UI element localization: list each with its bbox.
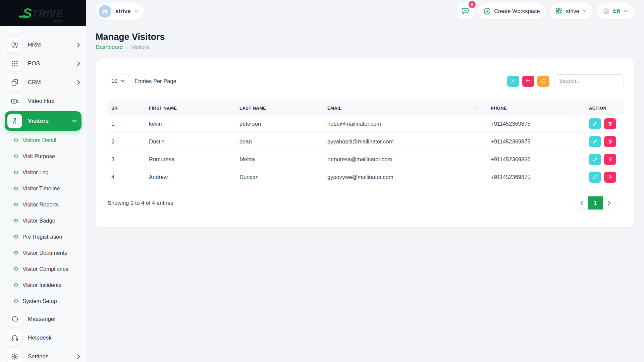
delete-button[interactable] [604, 154, 616, 165]
sidebar-item-crm[interactable]: CRM [3, 73, 83, 92]
logo-text: TRIVE [32, 8, 63, 19]
column-header-email[interactable]: EMAIL↑↓ [323, 106, 486, 111]
workspace-avatar [99, 5, 111, 18]
page-title: Manage Visitors [96, 32, 165, 42]
table-row: 2 Dustin dean qyvahopiti@mailinator.com … [107, 133, 624, 150]
workspace-name: strive [115, 8, 130, 15]
video-hub-icon [7, 94, 22, 109]
submenu-bullet-icon [14, 203, 18, 206]
submenu-bullet-icon [14, 283, 18, 287]
logo[interactable]: S TRIVE MAKE [0, 0, 86, 26]
export-button[interactable] [507, 76, 519, 87]
sort-icon: ↑↓ [578, 106, 580, 110]
sort-icon: ↑↓ [475, 106, 478, 110]
chevron-down-icon [72, 120, 77, 123]
cell-actions [589, 172, 624, 183]
submenu-bullet-icon [14, 299, 18, 303]
cell-phone: +911452369875 [486, 121, 589, 127]
chat-icon [461, 7, 470, 15]
submenu-visitor-badge[interactable]: Visitor Badge [3, 213, 83, 229]
trash-icon [607, 139, 613, 144]
sidebar-item-pos[interactable]: POS [3, 54, 83, 73]
pencil-icon [592, 139, 598, 144]
submenu-visitor-log[interactable]: Visitor Log [3, 164, 83, 180]
breadcrumb-current: Visitors [131, 44, 149, 50]
workspace-grid-icon [556, 8, 562, 14]
chat-button[interactable]: 0 [458, 3, 474, 19]
submenu-visit-purpose[interactable]: Visit Purpose [3, 148, 83, 164]
pagination-next-button[interactable] [603, 196, 615, 209]
globe-icon [603, 8, 610, 15]
sidebar-item-settings[interactable]: Settings [3, 347, 83, 362]
submenu-bullet-icon [14, 138, 18, 142]
edit-button[interactable] [589, 172, 601, 183]
sidebar-item-helpdesk[interactable]: Helpdesk [3, 328, 83, 347]
visitors-submenu: Visitors Detail Visit Purpose Visitor Lo… [3, 131, 83, 310]
workspace-dropdown[interactable]: strive [550, 3, 592, 19]
pagination-page-1[interactable]: 1 [588, 196, 603, 209]
submenu-bullet-icon [14, 187, 18, 190]
refresh-icon [540, 78, 546, 84]
pagination: 1 [575, 196, 616, 210]
chevron-right-icon [77, 61, 80, 66]
workspace-selector[interactable]: strive [96, 3, 144, 20]
chevron-right-icon [608, 201, 611, 205]
submenu-visitor-compliance[interactable]: Visitor Compliance [3, 261, 83, 277]
delete-button[interactable] [604, 118, 616, 129]
sidebar: S TRIVE MAKE HRM [0, 0, 86, 362]
submenu-pre-registration[interactable]: Pre Registration [3, 229, 83, 245]
submenu-visitor-reports[interactable]: Visitor Reports [3, 196, 83, 213]
language-dropdown[interactable]: EN [597, 3, 634, 19]
submenu-visitor-documents[interactable]: Visitor Documents [3, 245, 83, 261]
sidebar-menu: HRM POS [0, 26, 86, 362]
gear-icon [7, 349, 22, 362]
cell-phone: +911452369856 [486, 156, 589, 163]
breadcrumb-separator-icon: › [126, 44, 128, 50]
breadcrumb: Dashboard › Visitors [96, 44, 149, 50]
delete-button[interactable] [604, 172, 616, 183]
chat-badge: 0 [469, 1, 476, 8]
chevron-down-icon [135, 10, 139, 13]
table-row: 3 Rumuresa Mehta rumuresa@mailinator.com… [107, 150, 624, 168]
submenu-bullet-icon [14, 235, 18, 239]
cell-email: rumuresa@mailinator.com [323, 156, 486, 163]
cell-sr: 2 [107, 138, 145, 145]
cell-first-name: Andrew [145, 174, 235, 180]
trash-icon [607, 174, 613, 180]
edit-button[interactable] [589, 154, 601, 165]
submenu-system-setup[interactable]: System Setup [3, 293, 83, 309]
sidebar-item-video-hub[interactable]: Video Hub [3, 92, 83, 111]
pencil-icon [592, 174, 598, 180]
sidebar-item-partial[interactable] [7, 26, 22, 34]
cell-sr: 4 [107, 174, 145, 180]
sidebar-item-visitors[interactable]: Visitors [5, 111, 82, 131]
chevron-right-icon [77, 43, 80, 47]
cell-first-name: kevin [145, 121, 235, 127]
undo-button[interactable] [522, 76, 534, 87]
entries-per-page-label: Entries Per Page [135, 78, 176, 84]
sidebar-item-messenger[interactable]: Messenger [3, 310, 83, 328]
delete-button[interactable] [604, 136, 616, 147]
submenu-visitor-incidents[interactable]: Visitor Incidents [3, 277, 83, 293]
column-header-last-name[interactable]: LAST NAME↑↓ [235, 106, 323, 111]
submenu-visitors-detail[interactable]: Visitors Detail [3, 132, 83, 148]
submenu-visitor-timeline[interactable]: Visitor Timeline [3, 180, 83, 196]
column-header-phone[interactable]: PHONE↑↓ [486, 106, 589, 111]
trash-icon [607, 157, 613, 162]
visitors-card: 10 Entries Per Page [96, 59, 634, 227]
search-input[interactable] [554, 74, 624, 88]
visitors-icon [7, 114, 22, 128]
column-header-first-name[interactable]: FIRST NAME↑↓ [145, 106, 235, 111]
create-workspace-button[interactable]: Create Workspace [478, 3, 546, 19]
cell-last-name: dean [235, 138, 323, 145]
plus-circle-icon [484, 8, 491, 15]
sidebar-item-hrm[interactable]: HRM [3, 36, 83, 54]
refresh-button[interactable] [537, 76, 549, 87]
cell-actions [589, 118, 624, 129]
pagination-prev-button[interactable] [575, 196, 588, 209]
edit-button[interactable] [589, 118, 601, 129]
messenger-icon [7, 312, 22, 326]
breadcrumb-dashboard-link[interactable]: Dashboard [96, 44, 123, 50]
edit-button[interactable] [589, 136, 601, 147]
entries-per-page-select[interactable]: 10 [107, 74, 129, 88]
